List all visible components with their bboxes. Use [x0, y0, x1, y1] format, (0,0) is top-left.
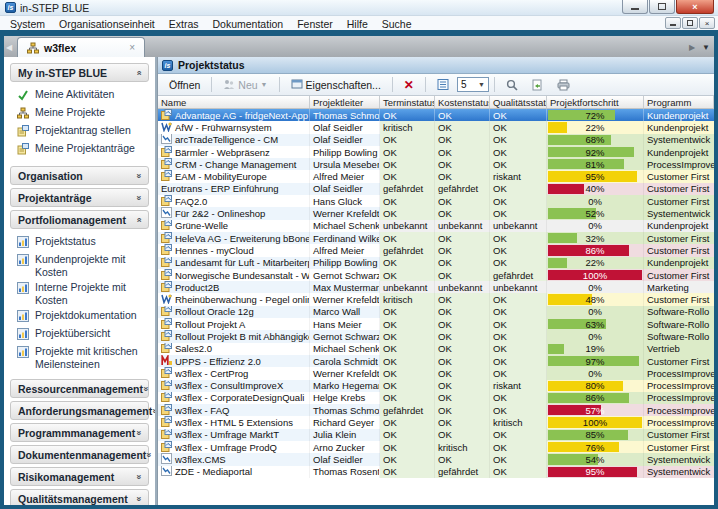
expand-chevron-icon[interactable]: »	[133, 430, 143, 435]
table-row[interactable]: w3flex - HTML 5 ExtensionsRichard GeyerO…	[158, 416, 714, 428]
expand-chevron-icon[interactable]: »	[133, 173, 143, 178]
maximize-button[interactable]	[649, 0, 675, 14]
table-row[interactable]: UPPS - Effizienz 2.0Carola SchmidtOKOKOK…	[158, 355, 714, 367]
tab-scroll-left-icon[interactable]: ◀	[6, 43, 12, 52]
mdi-close-button[interactable]: ×	[699, 17, 715, 29]
sidebar-section-projektantr-ge[interactable]: Projektanträge»	[10, 188, 149, 207]
sidebar-section-risikomanagement[interactable]: Risikomanagement»	[10, 467, 149, 486]
minimize-button[interactable]	[622, 0, 648, 14]
window-title: in-STEP BLUE	[20, 2, 89, 14]
tab-w3flex[interactable]: w3flex ×	[17, 37, 145, 57]
sidebar-section-portfoliomanagement[interactable]: Portfoliomanagement»	[10, 210, 149, 229]
expand-chevron-icon[interactable]: »	[144, 452, 154, 457]
column-header-qualitätsstatus[interactable]: Qualitätsstatus	[490, 96, 547, 108]
delete-button[interactable]: ✕	[398, 77, 420, 93]
table-row[interactable]: Bärmler - WebpräsenzPhilipp BowlingOKOKO…	[158, 146, 714, 158]
sidebar-item-projekte-mit-kritischen-meilensteinen[interactable]: Projekte mit kritischen Meilensteinen	[4, 344, 155, 372]
menu-item-organisationseinheit[interactable]: Organisationseinheit	[52, 18, 162, 30]
row-limit-combobox[interactable]: 5 ▼	[457, 77, 489, 92]
menu-item-system[interactable]: System	[3, 18, 52, 30]
sidebar-item-projektdokumentation[interactable]: Projektdokumentation	[4, 308, 155, 326]
sidebar-item-meine-projekte[interactable]: Meine Projekte	[4, 105, 155, 123]
expand-chevron-icon[interactable]: »	[133, 195, 143, 200]
table-row[interactable]: Für 2&2 - OnlineshopWerner KrefeldtOKOKO…	[158, 207, 714, 219]
mdi-restore-button[interactable]	[682, 17, 698, 29]
tab-scroll-right-icon[interactable]: ▶	[689, 43, 695, 52]
table-row[interactable]: Rollout Projekt B mit AbhängigkeitGernot…	[158, 330, 714, 342]
sidebar-item-projektstatus[interactable]: Projektstatus	[4, 234, 155, 252]
sidebar-section-my-in-step-blue[interactable]: My in-STEP BLUE»	[10, 63, 149, 82]
table-row[interactable]: w3flex - ConsultImproveXMarko HegemannOK…	[158, 380, 714, 392]
table-row[interactable]: Rollout Projekt AHans MeierOKOKOK63%Soft…	[158, 318, 714, 330]
collapse-chevron-icon[interactable]: »	[133, 70, 143, 75]
properties-button[interactable]: Eigenschaften...	[285, 78, 387, 92]
sidebar-section-dokumentenmanagement[interactable]: Dokumentenmanagement»	[10, 445, 149, 464]
menu-item-hilfe[interactable]: Hilfe	[340, 18, 375, 30]
table-row[interactable]: EAM - MobilityEuropeAlfred MeierOKOKrisk…	[158, 170, 714, 182]
sidebar-item-projektantrag-stellen[interactable]: Projektantrag stellen	[4, 123, 155, 141]
expand-chevron-icon[interactable]: »	[140, 386, 150, 391]
sidebar-item-kundenprojekte-mit-kosten[interactable]: Kundenprojekte mit Kosten	[4, 252, 155, 280]
table-row[interactable]: w3flex - Umfrage MarktTJulia KleinOKOKOK…	[158, 429, 714, 441]
expand-chevron-icon[interactable]: »	[150, 408, 157, 413]
column-header-programm[interactable]: Programm	[644, 96, 714, 108]
collapse-chevron-icon[interactable]: »	[133, 217, 143, 222]
column-header-projektfortschritt[interactable]: Projektfortschritt	[547, 96, 644, 108]
sidebar-item-meine-aktivit-ten[interactable]: Meine Aktivitäten	[4, 87, 155, 105]
table-row[interactable]: w3flex - Umfrage ProdQArno ZuckerOKkriti…	[158, 441, 714, 453]
table-row[interactable]: Rheinüberwachung - Pegel onlineWerner Kr…	[158, 293, 714, 305]
table-row[interactable]: CRM - Change ManagementUrsula MesebergOK…	[158, 158, 714, 170]
refresh-button[interactable]	[526, 78, 549, 92]
expand-chevron-icon[interactable]: »	[133, 496, 143, 501]
table-row[interactable]: Hennes - myCloudAlfred MeiergefährdetOKO…	[158, 244, 714, 256]
column-header-terminstatus[interactable]: Terminstatus	[380, 96, 435, 108]
column-header-projektleiter[interactable]: Projektleiter	[310, 96, 380, 108]
sidebar-item-projekt-bersicht[interactable]: Projektübersicht	[4, 326, 155, 344]
table-row[interactable]: arcTradeTelligence - CMOlaf SeidlerOKOKO…	[158, 134, 714, 146]
search-button[interactable]	[500, 78, 524, 92]
table-row[interactable]: HeleVa AG - Erweiterung bBoneFerdinand W…	[158, 232, 714, 244]
table-row[interactable]: Sales2.0Michael SchenkelOKOKOK19%Vertrie…	[158, 343, 714, 355]
column-header-kostenstatus[interactable]: Kostenstatus	[435, 96, 490, 108]
table-row[interactable]: Norwegische Bundesanstalt - WikiGernot S…	[158, 269, 714, 281]
menu-item-fenster[interactable]: Fenster	[290, 18, 340, 30]
table-row[interactable]: Rollout Oracle 12gMarco WallOKOKOK0%Soft…	[158, 306, 714, 318]
open-button[interactable]: Öffnen	[163, 78, 206, 92]
project-leader-cell: Werner Krefeldt	[310, 207, 380, 219]
table-row[interactable]: AfW - FrühwarnsystemOlaf Seidlerkritisch…	[158, 121, 714, 133]
sidebar-section-qualit-tsmanagement[interactable]: Qualitätsmanagement»	[10, 489, 149, 505]
menu-item-dokumentation[interactable]: Dokumentation	[206, 18, 291, 30]
expand-chevron-icon[interactable]: »	[133, 474, 143, 479]
table-row[interactable]: w3flex - CorporateDesignQualiHelge Krebs…	[158, 392, 714, 404]
table-row[interactable]: FAQ2.0Hans GlückOKOKOK0%Customer First	[158, 195, 714, 207]
tab-close-icon[interactable]: ×	[129, 43, 135, 53]
sidebar-item-meine-projektantr-ge[interactable]: Meine Projektanträge	[4, 141, 155, 159]
sidebar-section-anforderungsmanagement[interactable]: Anforderungsmanagement»	[10, 401, 149, 420]
sidebar-section-ressourcenmanagement[interactable]: Ressourcenmanagement»	[10, 379, 149, 398]
table-row[interactable]: ZDE - MediaportalThomas RosenthalOKgefäh…	[158, 466, 714, 478]
tab-list-dropdown-icon[interactable]: ▼	[702, 43, 710, 52]
table-row[interactable]: Grüne-WelleMichael Schenkelunbekanntunbe…	[158, 220, 714, 232]
filter-list-button[interactable]	[431, 78, 455, 91]
sidebar-section-organisation[interactable]: Organisation»	[10, 166, 149, 185]
table-row[interactable]: Eurotrans - ERP EinführungOlaf Seidlerge…	[158, 183, 714, 195]
sidebar-section-programmmanagement[interactable]: Programmmanagement»	[10, 423, 149, 442]
new-button[interactable]: Neu ▼	[217, 78, 273, 92]
table-row[interactable]: Landesamt für Luft - MitarbeiterportalPh…	[158, 257, 714, 269]
column-header-name[interactable]: Name	[158, 96, 310, 108]
table-row[interactable]: Product2BMax Mustermannunbekanntunbekann…	[158, 281, 714, 293]
table-row[interactable]: w3flex.CMSOlaf SeidlerOKOKOK54%Systement…	[158, 453, 714, 465]
menu-item-suche[interactable]: Suche	[375, 18, 419, 30]
toolbar-separator	[425, 77, 426, 92]
table-row[interactable]: Advantage AG - fridgeNext-AppThomas Schm…	[158, 109, 714, 121]
sidebar-item-interne-projekte-mit-kosten[interactable]: Interne Projekte mit Kosten	[4, 280, 155, 308]
project-icon	[161, 158, 172, 170]
close-button[interactable]: ×	[676, 0, 714, 14]
print-button[interactable]	[551, 78, 576, 92]
table-row[interactable]: w3flex - CertProgWerner KrefeldtOKOKOK0%…	[158, 367, 714, 379]
project-icon	[161, 330, 172, 342]
table-row[interactable]: w3flex - FAQThomas SchmoldtgefährdetOKOK…	[158, 404, 714, 416]
project-leader-cell: Michael Schenkel	[310, 220, 380, 232]
menu-item-extras[interactable]: Extras	[162, 18, 206, 30]
mdi-minimize-button[interactable]	[665, 17, 681, 29]
